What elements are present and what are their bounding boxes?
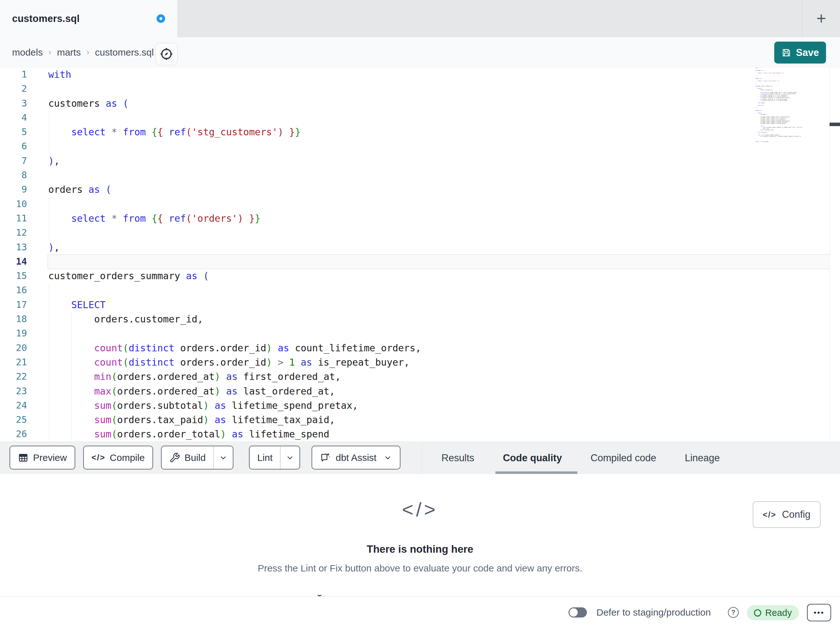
lint-label: Lint <box>257 452 273 463</box>
explore-lineage-button[interactable] <box>155 43 178 65</box>
code-line: sum(orders.tax_paid) as lifetime_tax_pai… <box>0 413 826 427</box>
result-panel-tabs: Results Code quality Compiled code Linea… <box>441 442 720 474</box>
breadcrumb-marts[interactable]: marts <box>57 47 81 58</box>
code-line: select * from {{ ref('stg_customers') }} <box>0 125 826 139</box>
minimap-line: on customers.customer_id = customer_orde… <box>755 136 804 137</box>
code-line <box>0 226 826 240</box>
toggle-knob <box>569 608 578 617</box>
compile-button[interactable]: </> Compile <box>83 446 153 470</box>
chevron-down-icon <box>219 453 228 462</box>
action-toolbar: Preview </> Compile Build Lint <box>0 441 840 474</box>
preview-button[interactable]: Preview <box>9 446 75 470</box>
ready-label: Ready <box>765 607 792 618</box>
code-line <box>0 82 826 96</box>
assist-label: dbt Assist <box>336 452 376 463</box>
code-line <box>0 255 826 269</box>
code-line: SELECT <box>0 297 826 312</box>
build-button[interactable]: Build <box>161 446 234 470</box>
tab-bar-divider <box>802 0 802 37</box>
plus-icon: + <box>816 10 826 27</box>
code-brackets-icon: </> <box>92 452 106 462</box>
ellipsis-icon: ••• <box>814 608 824 617</box>
code-line: count(distinct orders.order_id) > 1 as i… <box>0 355 826 369</box>
build-dropdown-button[interactable] <box>214 446 233 469</box>
tab-compiled-code[interactable]: Compiled code <box>591 442 656 474</box>
button-divider <box>213 446 214 469</box>
code-line: min(orders.ordered_at) as first_ordered_… <box>0 369 826 384</box>
code-line: ), <box>0 154 826 168</box>
code-line: with <box>0 67 826 82</box>
new-tab-button[interactable]: + <box>809 7 833 30</box>
code-content[interactable]: with customers as ( select * from {{ ref… <box>0 67 826 441</box>
code-editor[interactable]: 1234567891011121314151617181920212223242… <box>0 67 840 441</box>
code-line <box>0 326 826 340</box>
editor-tab-bar: customers.sql + <box>0 0 840 37</box>
ready-status-badge[interactable]: Ready <box>747 605 799 620</box>
build-label: Build <box>185 452 206 463</box>
ready-circle-icon <box>754 609 761 617</box>
help-icon[interactable]: ? <box>728 607 739 618</box>
scrollbar-marker[interactable] <box>829 123 840 126</box>
compile-label: Compile <box>110 452 145 463</box>
code-line: select * from {{ ref('orders') }} <box>0 211 826 226</box>
code-line <box>0 139 826 153</box>
save-button[interactable]: Save <box>774 42 826 63</box>
unsaved-changes-dot-icon <box>156 14 165 23</box>
breadcrumb-separator: › <box>49 47 51 57</box>
defer-label: Defer to staging/production <box>597 596 711 628</box>
empty-state-code-icon: </> <box>0 498 840 520</box>
chevron-down-icon <box>383 453 392 462</box>
tab-results[interactable]: Results <box>441 442 474 474</box>
code-line <box>0 197 826 211</box>
tab-title: customers.sql <box>12 13 80 24</box>
editor-scrollbar[interactable] <box>829 67 840 441</box>
code-line: ), <box>0 240 826 255</box>
tab-customers-sql[interactable]: customers.sql <box>0 0 177 37</box>
dbt-assist-button[interactable]: dbt Assist <box>311 446 401 470</box>
code-line: orders.customer_id, <box>0 312 826 326</box>
breadcrumb-separator: › <box>86 47 89 57</box>
minimap[interactable]: with customers as ( select * from {{ ref… <box>755 67 804 143</box>
wrench-icon <box>169 452 180 463</box>
code-line: orders as ( <box>0 182 826 197</box>
more-options-button[interactable]: ••• <box>807 604 831 621</box>
defer-toggle[interactable] <box>568 607 587 617</box>
chevron-down-icon <box>286 453 294 462</box>
assist-chat-sparkle-icon <box>320 452 331 463</box>
code-line: sum(orders.order_total) as lifetime_spen… <box>0 427 826 441</box>
code-line: count(distinct orders.order_id) as count… <box>0 341 826 355</box>
breadcrumb: models › marts › customers.sql <box>12 37 154 67</box>
code-line: customers as ( <box>0 96 826 111</box>
tab-lineage[interactable]: Lineage <box>685 442 720 474</box>
code-quality-panel: </> Config </> There is nothing here Pre… <box>0 474 840 596</box>
code-line: customer_orders_summary as ( <box>0 269 826 283</box>
compass-icon <box>159 47 174 61</box>
breadcrumb-file: customers.sql <box>95 47 154 58</box>
status-bar: Defer to staging/production ? Ready ••• <box>0 596 840 628</box>
preview-label: Preview <box>33 452 67 463</box>
minimap-line: select * from joined <box>755 141 804 142</box>
save-label: Save <box>796 47 819 59</box>
code-line <box>0 283 826 297</box>
lint-button[interactable]: Lint <box>249 446 300 470</box>
code-line <box>0 168 826 182</box>
tab-code-quality[interactable]: Code quality <box>503 442 562 474</box>
code-line <box>0 111 826 125</box>
code-line: sum(orders.subtotal) as lifetime_spend_p… <box>0 398 826 413</box>
code-line: max(orders.ordered_at) as last_ordered_a… <box>0 384 826 398</box>
breadcrumb-models[interactable]: models <box>12 47 43 58</box>
empty-state-title: There is nothing here <box>0 543 840 555</box>
lint-dropdown-button[interactable] <box>280 446 300 469</box>
empty-state-subtitle: Press the Lint or Fix button above to ev… <box>0 563 840 574</box>
breadcrumb-bar: models › marts › customers.sql Save <box>0 37 840 67</box>
table-icon <box>18 452 28 463</box>
save-floppy-icon <box>781 47 791 58</box>
dbt-ide-window: customers.sql + models › marts › custome… <box>0 0 840 628</box>
